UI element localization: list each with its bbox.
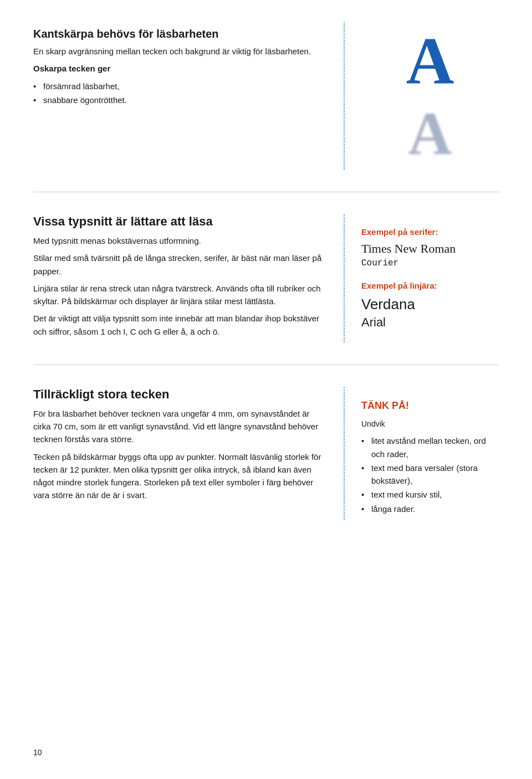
section2-heading: Vissa typsnitt är lättare att läsa bbox=[33, 214, 327, 229]
section1-heading: Kantskärpa behövs för läsbarheten bbox=[33, 28, 327, 40]
times-new-roman-example: Times New Roman bbox=[361, 242, 499, 256]
section2-body4: Det är viktigt att välja typsnitt som in… bbox=[33, 312, 327, 338]
page-number: 10 bbox=[33, 748, 42, 757]
bullet-item: snabbare ögontrötthet. bbox=[33, 94, 327, 106]
tank-pa-bullet: långa rader. bbox=[361, 503, 499, 515]
section1-subheading: Oskarpa tecken ger bbox=[33, 64, 110, 73]
letter-a-sharp: A bbox=[361, 28, 499, 94]
verdana-example: Verdana bbox=[361, 296, 499, 313]
tank-pa-heading: TÄNK PÅ! bbox=[361, 398, 499, 414]
section1-right: A A bbox=[344, 22, 499, 170]
section2-body3: Linjära stilar är rena streck utan några… bbox=[33, 282, 327, 308]
tank-pa-bullet: text med kursiv stil, bbox=[361, 488, 499, 501]
section-kantskärpa: Kantskärpa behövs för läsbarheten En ska… bbox=[33, 22, 499, 192]
section-typsnitt: Vissa typsnitt är lättare att läsa Med t… bbox=[33, 192, 499, 365]
section3-right: TÄNK PÅ! Undvik litet avstånd mellan tec… bbox=[344, 387, 499, 520]
serif-heading: Exempel på serifer: bbox=[361, 226, 499, 238]
arial-example: Arial bbox=[361, 315, 499, 330]
section2-body2: Stilar med små tvärsnitt på de långa str… bbox=[33, 252, 327, 278]
section1-body1: En skarp avgränsning mellan tecken och b… bbox=[33, 45, 327, 58]
section3-body2: Tecken på bildskärmar byggs ofta upp av … bbox=[33, 450, 327, 502]
section3-heading: Tillräckligt stora tecken bbox=[33, 387, 327, 402]
bullet-item: försämrad läsbarhet, bbox=[33, 80, 327, 93]
tank-pa-bullet: text med bara versaler (stora bokstäver)… bbox=[361, 462, 499, 488]
section2-left: Vissa typsnitt är lättare att läsa Med t… bbox=[33, 214, 344, 342]
letter-a-blurred: A bbox=[361, 103, 499, 164]
section-stora-tecken: Tillräckligt stora tecken För bra läsbar… bbox=[33, 365, 499, 520]
courier-example: Courier bbox=[361, 258, 499, 268]
section2-right: Exempel på serifer: Times New Roman Cour… bbox=[344, 214, 499, 342]
linjara-heading: Exempel på linjära: bbox=[361, 279, 499, 292]
tank-pa-bullets: litet avstånd mellan tecken, ord och rad… bbox=[361, 434, 499, 515]
tank-pa-bullet: litet avstånd mellan tecken, ord och rad… bbox=[361, 434, 499, 460]
section3-left: Tillräckligt stora tecken För bra läsbar… bbox=[33, 387, 344, 520]
section2-body1: Med typsnitt menas bokstävernas utformni… bbox=[33, 234, 327, 247]
tank-pa-intro: Undvik bbox=[361, 418, 499, 430]
section1-left: Kantskärpa behövs för läsbarheten En ska… bbox=[33, 22, 344, 170]
section3-body1: För bra läsbarhet behöver tecknen vara u… bbox=[33, 407, 327, 446]
section1-bullets: försämrad läsbarhet, snabbare ögontrötth… bbox=[33, 80, 327, 107]
page-layout: Kantskärpa behövs för läsbarheten En ska… bbox=[33, 22, 499, 520]
